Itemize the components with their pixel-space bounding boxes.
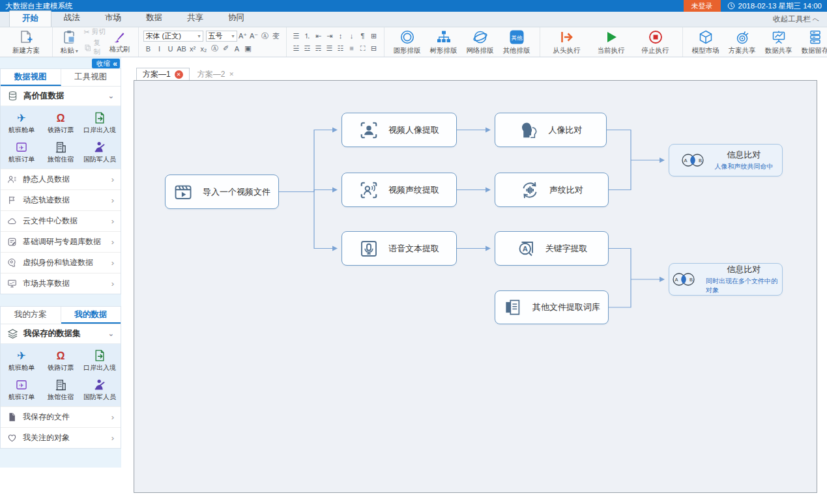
manage-button[interactable]: 数据留存 — [797, 29, 827, 55]
execute-button[interactable]: 停止执行 — [633, 29, 678, 55]
paragraph-button[interactable]: ☰ — [325, 43, 335, 53]
plan-tab[interactable]: 方案—1 — [136, 68, 190, 80]
new-plan-button[interactable]: 新建方案 — [5, 29, 48, 55]
font-style-button[interactable]: x₂ — [199, 44, 209, 54]
my-item-row[interactable]: 我保存的文件 — [1, 406, 121, 427]
new-document-icon — [18, 29, 34, 45]
paragraph-button[interactable]: ☷ — [336, 43, 346, 53]
dataset-item[interactable]: 航班舱单 — [2, 108, 41, 137]
paragraph-button[interactable]: ¶ — [358, 31, 368, 41]
panel-tab[interactable]: 数据视图 — [1, 69, 61, 86]
flow-node-video-voiceprint-extract[interactable]: 视频声纹提取 — [341, 173, 457, 207]
data-category-row[interactable]: 云文件中心数据 — [1, 210, 121, 231]
ribbon-tab[interactable]: 协同 — [216, 10, 257, 27]
data-category-row[interactable]: 动态轨迹数据 — [1, 189, 121, 210]
paragraph-button[interactable]: ⇤ — [313, 31, 324, 41]
paragraph-button[interactable]: ⊞ — [369, 31, 379, 41]
flow-node-speech-text-extract[interactable]: 语音文本提取 — [341, 231, 457, 266]
layout-button[interactable]: 网络排版 — [462, 29, 499, 55]
layout-button[interactable]: 圆形排版 — [389, 29, 426, 55]
ribbon-tab[interactable]: 数据 — [134, 10, 175, 27]
dataset-item[interactable]: 铁路订票 — [41, 346, 80, 375]
execute-button[interactable]: 当前执行 — [589, 29, 633, 55]
paragraph-button[interactable]: ⊟ — [369, 43, 379, 53]
layout-button[interactable]: 其他排版 — [499, 29, 535, 55]
dataset-item[interactable]: 航班订单 — [2, 137, 41, 167]
layout-button[interactable]: 树形排版 — [426, 29, 462, 55]
manage-button[interactable]: 方案共享 — [724, 29, 761, 55]
paragraph-button[interactable]: ☱ — [291, 43, 302, 53]
data-category-row[interactable]: 虚拟身份和轨迹数据 — [1, 252, 121, 273]
close-icon[interactable] — [229, 71, 234, 77]
ribbon-tab[interactable]: 战法 — [51, 10, 93, 27]
flow-node-info-compare-2[interactable]: 信息比对 同时出现在多个文件中的对象 — [669, 263, 783, 296]
panel-tab[interactable]: 我的方案 — [1, 307, 61, 324]
font-effect-button[interactable]: Ⓐ — [260, 31, 270, 41]
close-icon[interactable] — [175, 70, 183, 79]
data-category-row[interactable]: 市场共享数据 — [1, 273, 121, 294]
manage-button[interactable]: 数据共享 — [761, 29, 797, 55]
manage-button[interactable]: 模型市场 — [688, 29, 724, 55]
panel-tab[interactable]: 我的数据 — [61, 307, 121, 324]
sidebar-collapse-button[interactable]: 收缩 — [92, 59, 120, 68]
paragraph-button[interactable]: ☲ — [302, 43, 313, 53]
dataset-item[interactable]: 旅馆住宿 — [41, 137, 80, 167]
cut-button[interactable]: 剪切 — [84, 27, 106, 36]
my-item-row[interactable]: 我关注的对象 — [1, 427, 121, 448]
dataset-item[interactable]: 国防军人员 — [80, 375, 119, 404]
flow-node-keyword-extract[interactable]: 关键字提取 — [495, 231, 609, 266]
flow-node-import-video[interactable]: 导入一个视频文件 — [165, 175, 279, 209]
dataset-item[interactable]: 航班订单 — [2, 375, 41, 404]
data-category-row[interactable]: 基础调研与专题库数据 — [1, 231, 121, 252]
panel-tab[interactable]: 工具视图 — [61, 69, 121, 86]
paragraph-button[interactable]: ⛶ — [358, 43, 368, 53]
font-size-select[interactable]: 五号 — [206, 31, 237, 42]
paragraph-button[interactable]: ⇥ — [325, 31, 335, 41]
paragraph-button[interactable]: ↓ — [347, 31, 357, 41]
paragraph-button[interactable]: ☴ — [313, 43, 324, 53]
flow-node-face-compare[interactable]: 人像比对 — [495, 113, 607, 147]
paragraph-button[interactable]: ⒈ — [302, 31, 313, 41]
font-style-button[interactable]: AB — [177, 44, 187, 54]
dataset-item[interactable]: 航班舱单 — [2, 346, 41, 375]
plan-tab[interactable]: 方案—2 — [191, 68, 240, 80]
font-effect-button[interactable]: 变 — [271, 31, 282, 41]
collapse-toolbar-button[interactable]: 收起工具栏 — [773, 14, 819, 27]
dataset-item[interactable]: 国防军人员 — [80, 137, 119, 167]
login-status-badge[interactable]: 未登录 — [684, 0, 721, 12]
font-style-button[interactable]: B — [143, 44, 154, 54]
dataset-item[interactable]: 铁路订票 — [41, 108, 80, 137]
dataset-item[interactable]: 旅馆住宿 — [41, 375, 80, 404]
font-style-button[interactable]: U — [166, 44, 176, 54]
data-category-row[interactable]: 静态人员数据 — [1, 169, 121, 189]
section-high-value-data[interactable]: 高价值数据 — [1, 87, 121, 106]
dataset-item[interactable]: 口岸出入境 — [80, 108, 119, 137]
font-style-button[interactable]: ✐ — [221, 44, 231, 54]
paste-button[interactable]: 粘贴 — [57, 29, 81, 55]
paragraph-button[interactable]: ↕ — [336, 31, 346, 41]
paragraph-button[interactable]: ☰ — [291, 31, 302, 41]
execute-button[interactable]: 从头执行 — [545, 29, 589, 55]
ribbon-tab[interactable]: 开始 — [9, 10, 51, 27]
font-style-button[interactable]: Ⓐ — [210, 44, 220, 54]
flow-canvas[interactable]: 导入一个视频文件 视频人像提取 视频声纹提取 语音文本提取 人像比对 声纹比对 … — [134, 80, 817, 493]
paragraph-button[interactable]: ≡ — [347, 43, 357, 53]
font-effect-button[interactable]: A⁻ — [249, 31, 259, 41]
flow-node-voiceprint-compare[interactable]: 声纹比对 — [495, 173, 609, 207]
format-painter-button[interactable]: 格式刷 — [106, 31, 133, 54]
font-style-button[interactable]: I — [154, 44, 165, 54]
flow-node-video-face-extract[interactable]: 视频人像提取 — [341, 113, 457, 147]
section-saved-datasets[interactable]: 我保存的数据集 — [1, 324, 121, 344]
font-family-select[interactable]: 宋体 (正文) — [143, 31, 203, 42]
flow-node-info-compare-1[interactable]: 信息比对 人像和声纹共同命中 — [669, 144, 783, 176]
font-style-button[interactable]: ▣ — [243, 44, 254, 54]
ribbon-tab[interactable]: 市场 — [93, 10, 134, 27]
font-style-button[interactable]: A — [232, 44, 242, 54]
font-style-button[interactable]: x² — [188, 44, 198, 54]
dataset-item[interactable]: 口岸出入境 — [80, 346, 119, 375]
ribbon-tab[interactable]: 共享 — [175, 10, 216, 27]
flow-node-other-files-lexicon[interactable]: 其他文件提取词库 — [495, 290, 609, 324]
font-effect-button[interactable]: A⁺ — [238, 31, 248, 41]
copy-button[interactable]: 复制 — [84, 38, 106, 57]
manage-icon — [698, 29, 714, 45]
